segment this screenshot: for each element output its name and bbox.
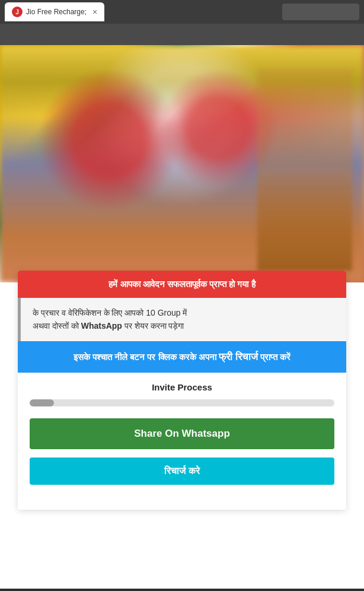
address-bar[interactable]: [282, 4, 359, 20]
blue-info-banner: इसके पश्चात नीले बटन पर क्लिक करके अपना …: [18, 341, 346, 373]
share-whatsapp-button[interactable]: Share On Whatsapp: [30, 418, 334, 449]
page-bottom: [0, 522, 364, 557]
blue-banner-text2: प्राप्त करें: [258, 352, 290, 362]
progress-bar-container: [30, 399, 334, 406]
browser-tab[interactable]: J Jio Free Recharge; ×: [5, 2, 104, 21]
hero-image: [0, 45, 364, 282]
recharge-button[interactable]: रिचार्ज करे: [30, 457, 334, 485]
info-text-line1: के प्रचार व वेरिफिकेशन के लिए आपको 10 Gr…: [33, 308, 187, 317]
blue-banner-highlight: फ्री रिचार्ज: [219, 351, 258, 363]
tab-area: J Jio Free Recharge; ×: [5, 2, 277, 21]
whatsapp-bold: WhatsApp: [81, 321, 122, 331]
browser-chrome: J Jio Free Recharge; ×: [0, 0, 364, 24]
browser-toolbar: [0, 24, 364, 45]
blue-banner-text1: इसके पश्चात नीले बटन पर क्लिक करके अपना: [74, 352, 219, 362]
tab-close-button[interactable]: ×: [92, 7, 97, 17]
main-card: हमें आपका आवेदन सफलतापूर्वक प्राप्त हो ग…: [18, 271, 346, 510]
invite-section: Invite Process Share On Whatsapp रिचार्ज…: [18, 373, 346, 510]
invite-title: Invite Process: [30, 382, 334, 392]
info-text-line3: पर शेयर करना पड़ेगा: [122, 321, 184, 331]
info-section: के प्रचार व वेरिफिकेशन के लिए आपको 10 Gr…: [18, 298, 346, 341]
jio-favicon-icon: J: [12, 7, 23, 17]
page-content: हमें आपका आवेदन सफलतापूर्वक प्राप्त हो ग…: [0, 45, 364, 589]
info-text-line2: अथवा दोस्तों को: [33, 321, 81, 331]
success-banner: हमें आपका आवेदन सफलतापूर्वक प्राप्त हो ग…: [18, 271, 346, 298]
card-spacer: [30, 488, 334, 500]
tab-title: Jio Free Recharge;: [26, 8, 87, 16]
progress-bar-fill: [30, 399, 54, 406]
